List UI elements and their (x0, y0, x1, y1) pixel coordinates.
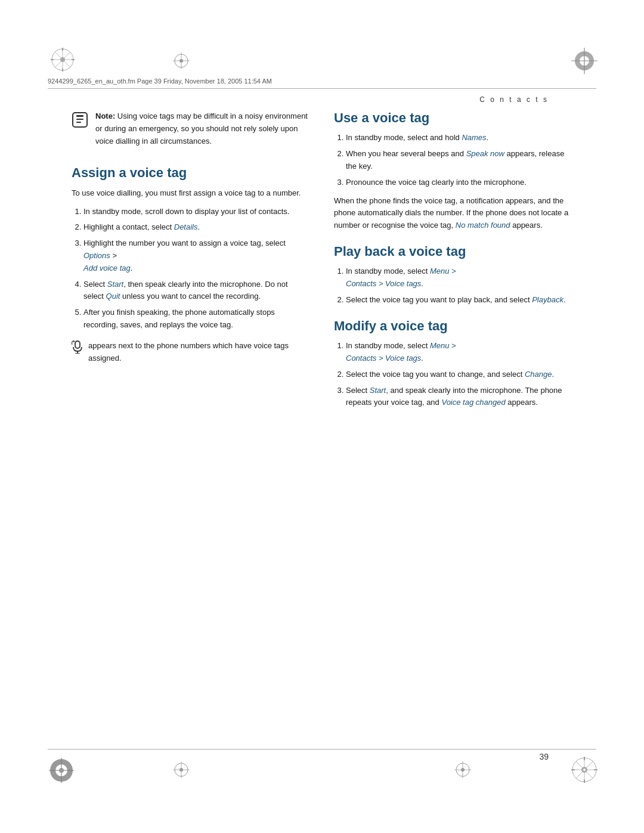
svg-rect-20 (76, 119, 83, 120)
assign-step-4: Select Start, then speak clearly into th… (83, 278, 310, 304)
svg-point-33 (179, 768, 183, 772)
assign-options-link: Options (83, 251, 110, 260)
assign-step-2: Highlight a contact, select Details. (83, 221, 310, 234)
svg-point-37 (461, 768, 465, 772)
use-steps: In standby mode, select and hold Names. … (334, 132, 572, 188)
assign-step-5: After you finish speaking, the phone aut… (83, 306, 310, 332)
footer-rule (48, 749, 596, 750)
assign-start-link: Start (107, 280, 123, 289)
use-section: Use a voice tag In standby mode, select … (334, 110, 572, 232)
voice-icon-note: appears next to the phone numbers which … (72, 340, 310, 365)
assign-intro: To use voice dialling, you must first as… (72, 187, 310, 200)
modify-steps: In standby mode, select Menu >Contacts >… (334, 340, 572, 409)
assign-section: Assign a voice tag To use voice dialling… (72, 165, 310, 364)
assign-details-link: Details (174, 222, 198, 231)
playback-playback-link: Playback (532, 295, 564, 304)
playback-step-1: In standby mode, select Menu >Contacts >… (346, 265, 572, 290)
svg-point-5 (60, 57, 65, 62)
modify-menu-link: Menu >Contacts > Voice tags (346, 341, 456, 363)
reg-mark-bc-right (454, 761, 471, 781)
reg-mark-tc-left (173, 52, 190, 72)
reg-mark-bl (49, 758, 74, 785)
playback-step-2: Select the voice tag you want to play ba… (346, 294, 572, 306)
reg-mark-tr (571, 48, 597, 76)
header-filename: 9244299_6265_en_au_oth.fm Page 39 Friday… (48, 78, 272, 85)
assign-steps: In standby mode, scroll down to display … (72, 206, 310, 332)
modify-heading: Modify a voice tag (334, 318, 572, 334)
voice-symbol-icon (72, 340, 83, 359)
playback-menu-link: Menu >Contacts > Voice tags (346, 267, 456, 288)
use-names-link: Names (462, 133, 486, 142)
note-box: Note: Using voice tags may be difficult … (72, 110, 310, 147)
use-speaknow-link: Speak now (466, 149, 504, 158)
modify-step-2: Select the voice tag you want to change,… (346, 368, 572, 381)
reg-mark-bc-left (173, 761, 190, 781)
modify-section: Modify a voice tag In standby mode, sele… (334, 318, 572, 409)
assign-step-1: In standby mode, scroll down to display … (83, 206, 310, 218)
page-number: 39 (539, 752, 549, 761)
svg-point-13 (179, 59, 183, 63)
section-label: C o n t a c t s (479, 95, 549, 104)
modify-step-1: In standby mode, select Menu >Contacts >… (346, 340, 572, 365)
modify-change-link: Change (525, 370, 552, 379)
use-nomatch-link: No match found (456, 221, 510, 230)
header-rule (48, 88, 596, 89)
modify-start-link: Start (370, 386, 386, 395)
main-content: Note: Using voice tags may be difficult … (72, 104, 572, 714)
svg-rect-19 (76, 115, 83, 117)
assign-addvoicetag-link: Add voice tag (83, 264, 131, 272)
svg-point-29 (59, 768, 64, 773)
svg-rect-21 (76, 122, 81, 123)
assign-step-3: Highlight the number you want to assign … (83, 237, 310, 274)
modify-vtc-link: Voice tag changed (441, 398, 505, 407)
right-column: Use a voice tag In standby mode, select … (334, 104, 572, 714)
use-note-para: When the phone finds the voice tag, a no… (334, 195, 572, 232)
svg-point-48 (583, 769, 586, 771)
note-icon (72, 112, 88, 147)
note-content: Note: Using voice tags may be difficult … (95, 110, 310, 147)
use-step-1: In standby mode, select and hold Names. (346, 132, 572, 144)
use-step-2: When you hear several beeps and Speak no… (346, 148, 572, 173)
playback-heading: Play back a voice tag (334, 244, 572, 259)
assign-quit-link: Quit (106, 292, 120, 301)
playback-section: Play back a voice tag In standby mode, s… (334, 244, 572, 306)
playback-steps: In standby mode, select Menu >Contacts >… (334, 265, 572, 306)
reg-mark-tl (51, 48, 75, 74)
use-heading: Use a voice tag (334, 110, 572, 126)
voice-icon-text: appears next to the phone numbers which … (88, 340, 310, 365)
modify-step-3: Select Start, and speak clearly into the… (346, 385, 572, 410)
use-step-3: Pronounce the voice tag clearly into the… (346, 176, 572, 189)
reg-mark-br (571, 757, 597, 785)
svg-rect-22 (75, 341, 80, 348)
left-column: Note: Using voice tags may be difficult … (72, 104, 310, 714)
assign-heading: Assign a voice tag (72, 165, 310, 181)
